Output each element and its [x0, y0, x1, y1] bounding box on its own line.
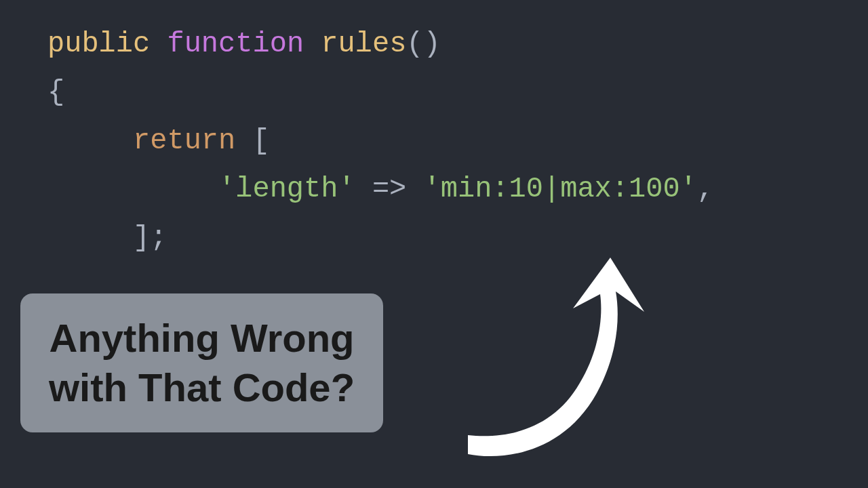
keyword-function: function — [167, 28, 304, 60]
code-line-2: { — [47, 68, 821, 117]
array-key: 'length' — [218, 173, 355, 205]
close-bracket: ] — [133, 222, 150, 254]
function-name: rules — [321, 28, 406, 60]
open-brace: { — [47, 76, 64, 108]
open-bracket: [ — [252, 125, 269, 157]
array-value: 'min:10|max:100' — [424, 173, 697, 205]
callout-line-2: with That Code? — [49, 363, 355, 413]
keyword-return: return — [133, 125, 235, 157]
arrow-operator: => — [372, 173, 406, 205]
code-line-1: public function rules() — [47, 20, 821, 68]
code-line-3: return [ — [47, 117, 821, 165]
code-line-4: 'length' => 'min:10|max:100', — [47, 165, 821, 214]
curved-arrow-icon — [441, 258, 665, 474]
comma: , — [697, 173, 714, 205]
code-block: public function rules() { return [ 'leng… — [0, 0, 868, 283]
semicolon: ; — [150, 222, 167, 254]
parentheses: () — [406, 28, 440, 60]
callout-box: Anything Wrong with That Code? — [20, 293, 383, 432]
code-line-5: ]; — [47, 214, 821, 262]
keyword-public: public — [47, 28, 150, 60]
callout-line-1: Anything Wrong — [49, 314, 355, 363]
